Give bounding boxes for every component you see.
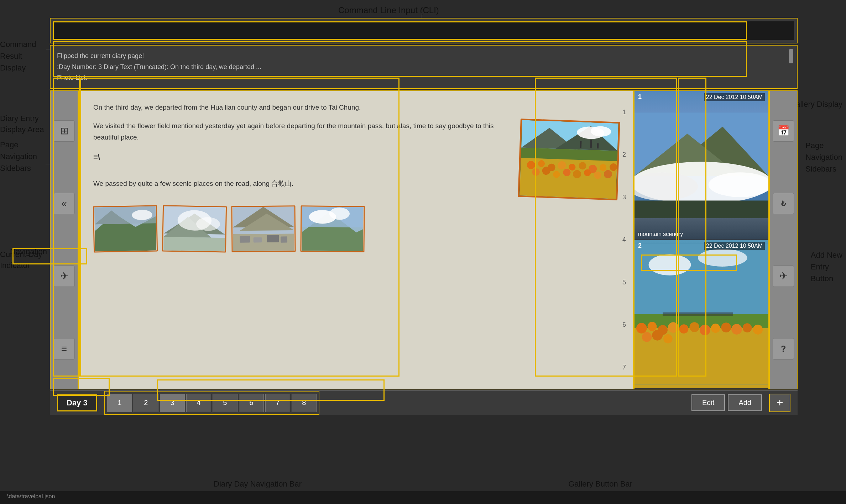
gallery-item-1[interactable]: 1 22 Dec 2012 10:50AM mountain scenery — [634, 91, 768, 240]
sidebar-btn-menu[interactable]: ≡ — [53, 338, 75, 359]
right-sidebar: 📅 ₺ ✈ ? — [769, 90, 798, 389]
scroll-indicator — [789, 49, 793, 63]
current-day-annotation: Current DayIndicator — [0, 249, 42, 271]
gallery-1-caption: mountain scenery — [638, 231, 683, 237]
svg-point-70 — [711, 324, 720, 333]
sidebar-btn-currency[interactable]: ₺ — [773, 193, 794, 214]
sidebar-btn-grid[interactable]: ⊞ — [53, 120, 75, 142]
svg-point-74 — [753, 325, 763, 335]
svg-rect-58 — [634, 200, 768, 218]
diary-photo-3[interactable] — [231, 205, 296, 252]
gallery-button-bar: Edit Add — [691, 394, 762, 411]
svg-rect-43 — [254, 237, 262, 243]
svg-point-66 — [668, 322, 679, 333]
svg-point-73 — [743, 323, 752, 332]
gallery-2-timestamp: 22 Dec 2012 10:50AM — [704, 242, 765, 250]
result-line-2: :Day Number: 3 Diary Text (Truncated): O… — [57, 62, 790, 73]
svg-point-64 — [648, 322, 657, 331]
gallery-1-timestamp: 22 Dec 2012 10:50AM — [704, 93, 765, 101]
nav-day-7[interactable]: 7 — [265, 394, 290, 412]
status-bar: \data\travelpal.json — [0, 491, 846, 504]
page-numbers: 1234567 — [622, 91, 626, 389]
nav-day-1[interactable]: 1 — [107, 394, 132, 412]
gallery-annotation: Gallery Display — [790, 99, 842, 110]
nav-day-2[interactable]: 2 — [134, 394, 158, 412]
nav-day-3[interactable]: 3 — [160, 394, 185, 412]
gallery-2-num: 2 — [638, 242, 642, 250]
svg-rect-44 — [267, 235, 279, 242]
cli-section — [50, 18, 798, 43]
nav-sidebar-right-annotation: PageNavigationSidebars — [805, 140, 842, 175]
svg-rect-24 — [580, 141, 581, 148]
nav-sidebar-left-annotation: PageNavigationSidebars — [0, 139, 37, 174]
svg-point-69 — [700, 325, 710, 335]
sidebar-btn-plane[interactable]: ✈ — [53, 266, 75, 287]
left-sidebar: ⊞ « ✈ ≡ — [50, 90, 78, 389]
command-annotation: Command Result Display — [0, 38, 36, 74]
edit-button[interactable]: Edit — [691, 394, 725, 411]
svg-point-79 — [649, 254, 691, 275]
svg-point-80 — [698, 249, 747, 266]
svg-point-75 — [642, 332, 652, 342]
diary-day-nav-bar: 1 2 3 4 5 6 7 8 — [104, 391, 319, 415]
nav-day-6[interactable]: 6 — [239, 394, 264, 412]
svg-rect-25 — [590, 140, 592, 148]
nav-day-5[interactable]: 5 — [213, 394, 237, 412]
command-result-display: Flipped the current diary page! :Day Num… — [50, 45, 798, 89]
app-container: Flipped the current diary page! :Day Num… — [50, 18, 798, 481]
bottom-bar: Day 3 1 2 3 4 5 6 7 8 Edit Add + — [50, 390, 798, 415]
svg-point-77 — [663, 334, 673, 343]
gallery-1-num: 1 — [638, 93, 642, 101]
nav-day-4[interactable]: 4 — [186, 394, 211, 412]
cli-annotation-label: Command Line Input (CLI) — [338, 4, 439, 16]
diary-photo-1[interactable] — [93, 205, 158, 253]
sidebar-btn-calendar[interactable]: 📅 — [773, 120, 794, 142]
svg-point-63 — [636, 323, 647, 334]
diary-bottom-photos — [93, 206, 619, 252]
svg-rect-45 — [281, 236, 287, 242]
svg-point-71 — [721, 322, 731, 332]
add-entry-button[interactable]: + — [769, 394, 790, 412]
result-line-1: Flipped the current diary page! — [57, 51, 790, 62]
main-area: ⊞ « ✈ ≡ On the third day, we departed fr… — [50, 90, 798, 389]
diary-entry-annotation: Diary Entry Display Area — [0, 113, 44, 135]
add-button[interactable]: Add — [728, 394, 762, 411]
gallery-item-2[interactable]: 2 22 Dec 2012 10:50AM — [634, 240, 768, 389]
nav-day-8[interactable]: 8 — [292, 394, 317, 412]
diary-text-1: On the third day, we departed from the H… — [93, 102, 619, 113]
svg-rect-26 — [597, 143, 599, 149]
diary-display: On the third day, we departed from the H… — [78, 90, 634, 389]
gallery-display: 1 22 Dec 2012 10:50AM mountain scenery — [634, 90, 769, 389]
svg-point-67 — [679, 324, 689, 334]
svg-point-76 — [652, 330, 663, 341]
diary-photo-4[interactable] — [300, 205, 365, 252]
svg-point-68 — [689, 322, 699, 332]
cli-input[interactable] — [53, 21, 794, 40]
result-line-3: Photo List: — [57, 72, 790, 83]
svg-point-72 — [731, 324, 742, 335]
sidebar-btn-help[interactable]: ? — [773, 338, 794, 359]
diary-inline-photo — [518, 119, 620, 200]
svg-rect-42 — [240, 236, 250, 242]
svg-rect-35 — [163, 237, 225, 251]
add-new-annotation: Add NewEntryButton — [811, 249, 842, 284]
sidebar-btn-back[interactable]: « — [53, 193, 75, 214]
sidebar-btn-plane-right[interactable]: ✈ — [773, 266, 794, 287]
day-indicator: Day 3 — [57, 394, 97, 411]
svg-rect-78 — [663, 312, 733, 316]
diary-photo-2[interactable] — [162, 205, 227, 253]
